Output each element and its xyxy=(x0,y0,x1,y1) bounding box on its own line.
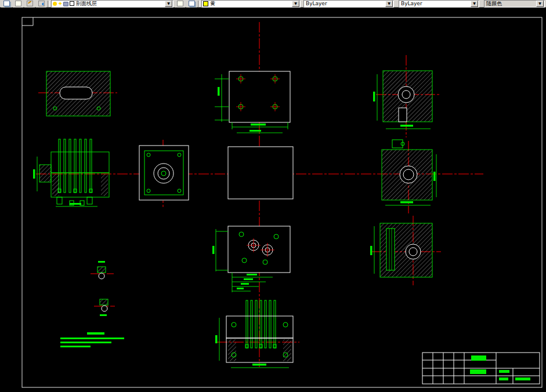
drawing-canvas[interactable] xyxy=(0,8,546,392)
plotstyle-dropdown-value: 随颜色 xyxy=(485,1,536,6)
layer-thaw-sun-icon[interactable] xyxy=(58,2,62,6)
view-cavity-plate[interactable] xyxy=(228,147,293,199)
view-center-plate[interactable] xyxy=(139,146,189,200)
detail-a[interactable] xyxy=(97,261,106,279)
layers-properties-icon xyxy=(3,1,10,6)
layer-manager-icon xyxy=(15,1,21,6)
detail-b[interactable] xyxy=(100,299,108,316)
view-top-right-section[interactable] xyxy=(373,71,432,129)
linetype-dropdown[interactable]: ByLayer ▼ xyxy=(303,0,394,8)
layer-isolate-icon xyxy=(189,1,195,6)
toolbar-separator xyxy=(198,1,200,7)
view-top-clamp-plate[interactable] xyxy=(46,71,110,116)
layer-toolbar: 剖面线层 ▼ 黄 ▼ ByLayer ▼ ByLayer ▼ 随颜色 ▼ xyxy=(0,0,546,8)
layer-manager-button[interactable] xyxy=(13,0,23,8)
view-bottom-plate-holes[interactable] xyxy=(212,226,290,292)
layer-dropdown-arrow[interactable]: ▼ xyxy=(165,1,172,7)
view-right-section[interactable] xyxy=(382,140,436,205)
linetype-dropdown-value: ByLayer xyxy=(305,1,385,6)
color-swatch-icon xyxy=(203,1,208,6)
layer-on-bulb-icon[interactable] xyxy=(53,2,57,6)
plotstyle-dropdown-arrow[interactable]: ▼ xyxy=(536,1,544,7)
view-bottom-right-section[interactable] xyxy=(370,223,432,277)
layer-isolate-button[interactable] xyxy=(186,0,197,8)
view-ejector-side[interactable] xyxy=(33,139,109,206)
title-block xyxy=(422,353,540,384)
layer-previous-button[interactable] xyxy=(36,0,46,8)
view-top-plate-holes[interactable] xyxy=(215,71,290,133)
lineweight-dropdown[interactable]: ByLayer ▼ xyxy=(399,0,479,8)
color-dropdown[interactable]: 黄 ▼ xyxy=(201,0,301,8)
make-object-layer-current-button[interactable] xyxy=(24,0,35,8)
cad-drawing[interactable] xyxy=(0,8,546,392)
layer-dropdown-value: 剖面线层 xyxy=(75,1,165,6)
color-dropdown-arrow[interactable]: ▼ xyxy=(292,1,299,7)
linetype-dropdown-arrow[interactable]: ▼ xyxy=(385,1,393,7)
layer-previous-icon xyxy=(38,1,45,6)
make-layer-current-icon xyxy=(27,1,33,6)
lineweight-dropdown-value: ByLayer xyxy=(400,1,471,6)
layer-color-chip-icon[interactable] xyxy=(70,1,74,6)
layer-states-icon xyxy=(177,1,183,6)
plotstyle-dropdown[interactable]: 随颜色 ▼ xyxy=(484,0,545,8)
layer-dropdown[interactable]: 剖面线层 ▼ xyxy=(51,0,173,8)
layer-unlock-lock-icon[interactable] xyxy=(63,2,68,6)
color-dropdown-value: 黄 xyxy=(209,1,292,6)
layer-states-button[interactable] xyxy=(175,0,185,8)
layer-properties-button[interactable] xyxy=(1,0,12,8)
toolbar-separator xyxy=(48,1,50,7)
view-bottom-ejector[interactable] xyxy=(215,300,293,368)
lineweight-dropdown-arrow[interactable]: ▼ xyxy=(471,1,478,7)
notes-text-block xyxy=(60,332,124,347)
